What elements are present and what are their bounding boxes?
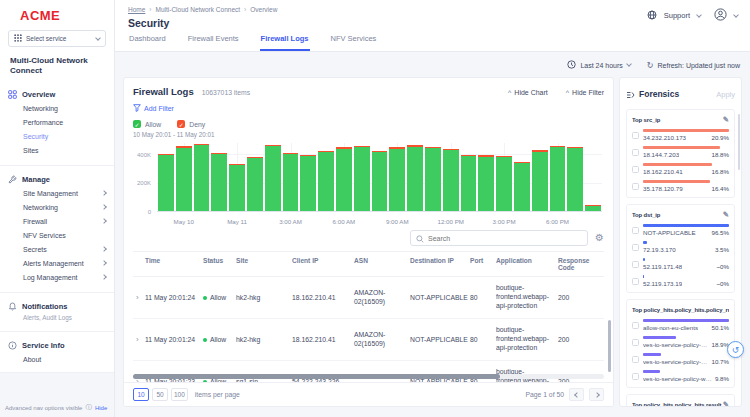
forensics-item-checkbox[interactable]	[632, 322, 639, 329]
sidebar-section-overview-header[interactable]: Overview	[0, 87, 114, 102]
chart-bar[interactable]	[265, 145, 281, 211]
sidebar-item-networking[interactable]: Networking	[0, 102, 114, 116]
forensics-item-checkbox[interactable]	[632, 227, 639, 234]
chart-bar[interactable]	[407, 145, 423, 211]
page-size-10[interactable]: 10	[133, 388, 149, 401]
sidebar-item-secrets[interactable]: Secrets	[0, 243, 114, 257]
add-filter-button[interactable]: Add Filter	[133, 104, 174, 113]
table-row[interactable]: ›11 May 20:01:24Allowhk2-hkg18.162.210.4…	[133, 277, 604, 319]
sidebar-section-service-info-header[interactable]: Service Info	[0, 338, 114, 353]
pencil-icon[interactable]: ✎	[723, 115, 729, 124]
sidebar-item-security[interactable]: Security	[0, 130, 114, 144]
vertical-scrollbar[interactable]	[608, 320, 611, 372]
forensics-item-checkbox[interactable]	[632, 166, 639, 173]
forensics-item-checkbox[interactable]	[632, 356, 639, 363]
sidebar-item-networking[interactable]: Networking	[0, 201, 114, 215]
chart-bar[interactable]	[247, 157, 263, 211]
chart-bar[interactable]	[372, 151, 388, 211]
user-avatar[interactable]	[714, 8, 727, 23]
table-row[interactable]: ›11 May 20:01:24Allowhk2-hkg18.162.210.4…	[133, 319, 604, 361]
forensics-item-checkbox[interactable]	[632, 149, 639, 156]
prev-page-button[interactable]	[569, 388, 584, 401]
chart-bar[interactable]	[478, 155, 494, 211]
sidebar-item-nfv-services[interactable]: NFV Services	[0, 229, 114, 243]
forensics-item-value: 18.8%	[711, 151, 729, 158]
chart-bar[interactable]	[354, 146, 370, 211]
chart-bar[interactable]	[443, 149, 459, 211]
select-service-dropdown[interactable]: Select service	[8, 30, 106, 47]
chart-bar[interactable]	[550, 146, 566, 211]
chart-bar[interactable]	[496, 156, 512, 211]
chart-bar-deny-segment	[389, 147, 405, 148]
chart-bar[interactable]	[283, 153, 299, 211]
forensics-item-checkbox[interactable]	[632, 132, 639, 139]
chart-bar[interactable]	[318, 151, 334, 211]
page-size-100[interactable]: 100	[171, 388, 188, 401]
help-history-fab[interactable]: ↺	[727, 341, 744, 358]
tab-nfv-services[interactable]: NFV Services	[330, 29, 378, 51]
legend-deny-checkbox[interactable]: ✓ Deny	[177, 120, 205, 128]
forensics-item-bar	[643, 258, 645, 261]
chart-bar[interactable]	[176, 146, 192, 211]
chart-bar[interactable]	[211, 153, 227, 211]
x-axis-tick: 12:00 PM	[437, 218, 463, 225]
sidebar-section-notifications-header[interactable]: Notifications	[0, 299, 114, 314]
sidebar-item-site-management[interactable]: Site Management	[0, 187, 114, 201]
pencil-icon[interactable]: ✎	[723, 400, 729, 407]
chart-bar[interactable]	[300, 155, 316, 211]
sidebar-item-alerts-management[interactable]: Alerts Management	[0, 257, 114, 271]
chart-bar[interactable]	[585, 205, 601, 211]
sidebar-section-manage-header[interactable]: Manage	[0, 172, 114, 187]
hide-chart-toggle[interactable]: ^ Hide Chart	[508, 89, 548, 96]
cell-status: Allow	[203, 336, 236, 343]
refresh-button[interactable]: ↻ Refresh: Updated just now	[647, 61, 740, 70]
logs-table: TimeStatusSiteClient IPASNDestination IP…	[133, 251, 604, 389]
forensics-section-title-text: Top policy_hits.policy_hits.result	[632, 402, 721, 408]
chart-bar[interactable]	[194, 144, 210, 211]
support-link[interactable]: Support	[664, 11, 690, 20]
breadcrumb-service[interactable]: Multi-Cloud Network Connect	[156, 6, 241, 13]
time-range-selector[interactable]: Last 24 hours	[567, 60, 630, 70]
chart-bar[interactable]	[229, 164, 245, 211]
chart-bar[interactable]	[336, 147, 352, 211]
forensics-item-checkbox[interactable]	[632, 373, 639, 380]
expand-row-chevron[interactable]: ›	[133, 336, 145, 344]
chart-bar[interactable]	[389, 147, 405, 211]
sidebar-item-about[interactable]: About	[0, 353, 114, 367]
search-input[interactable]	[428, 235, 582, 242]
tab-firewall-events[interactable]: Firewall Events	[187, 29, 240, 51]
chart-bar[interactable]	[567, 147, 583, 211]
tab-firewall-logs[interactable]: Firewall Logs	[260, 29, 310, 51]
page-size-50[interactable]: 50	[152, 388, 168, 401]
tab-dashboard[interactable]: Dashboard	[128, 29, 167, 51]
sidebar-item-firewall[interactable]: Firewall	[0, 215, 114, 229]
legend-allow-checkbox[interactable]: ✓ Allow	[133, 120, 161, 128]
collapse-panel-icon[interactable]	[626, 85, 635, 103]
pencil-icon[interactable]: ✎	[723, 210, 729, 219]
breadcrumb-home[interactable]: Home	[128, 6, 145, 13]
chart-bar[interactable]	[425, 147, 441, 211]
forensics-item-checkbox[interactable]	[632, 339, 639, 346]
forensics-item-checkbox[interactable]	[632, 261, 639, 268]
sidebar-item-log-management[interactable]: Log Management	[0, 271, 114, 285]
legend-deny-label: Deny	[189, 121, 205, 128]
forensics-item-checkbox[interactable]	[632, 244, 639, 251]
chart-bar[interactable]	[514, 162, 530, 211]
forensics-scrollbar[interactable]	[738, 114, 740, 170]
expand-row-chevron[interactable]: ›	[133, 294, 145, 302]
next-page-button[interactable]	[589, 388, 604, 401]
forensics-item-checkbox[interactable]	[632, 183, 639, 190]
hide-nav-link[interactable]: Hide	[95, 405, 107, 411]
forensics-item-checkbox[interactable]	[632, 278, 639, 285]
sidebar-item-performance[interactable]: Performance	[0, 116, 114, 130]
chart-bar[interactable]	[158, 154, 174, 211]
chart-bar[interactable]	[461, 155, 477, 211]
hide-filter-toggle[interactable]: ^ Hide Filter	[566, 89, 604, 96]
horizontal-scrollbar[interactable]	[133, 374, 500, 379]
gear-icon[interactable]: ⚙	[595, 233, 604, 243]
search-box[interactable]	[410, 230, 588, 246]
forensics-item-label: 35.178.120.79	[643, 185, 683, 192]
apply-button[interactable]: Apply	[716, 90, 735, 99]
sidebar-item-sites[interactable]: Sites	[0, 144, 114, 158]
chart-bar[interactable]	[532, 150, 548, 211]
